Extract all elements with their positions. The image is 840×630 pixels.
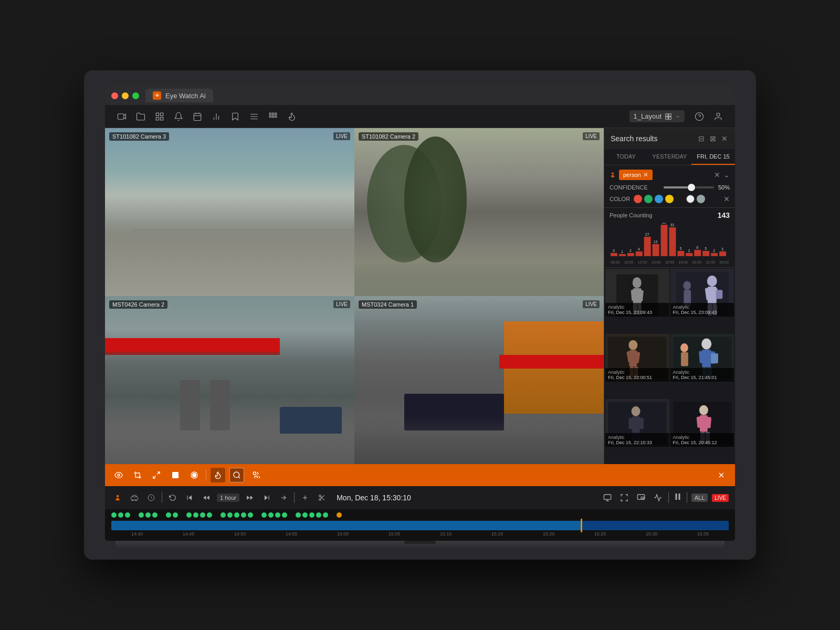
close-ctrl-icon[interactable] — [714, 468, 729, 482]
user-icon[interactable] — [710, 108, 727, 125]
app-title-tab[interactable]: 👁 Eye Watch Ai — [145, 89, 213, 102]
timeline-scrubber[interactable] — [111, 521, 729, 530]
svg-text:3: 3 — [613, 249, 615, 253]
tag-remove-btn[interactable]: ✕ — [643, 171, 648, 178]
camera-cell-3[interactable]: MST0426 Camera 2 LIVE — [105, 296, 354, 464]
timeline-dot — [316, 512, 321, 518]
menu-lines-icon[interactable] — [246, 108, 262, 125]
svg-point-119 — [253, 472, 256, 475]
skip-end-pb-icon[interactable] — [277, 491, 290, 504]
fullscreen-pb-icon[interactable] — [618, 491, 631, 504]
laptop-base — [116, 541, 724, 549]
svg-rect-39 — [653, 244, 659, 256]
bell-icon[interactable] — [170, 108, 187, 125]
rewind-pb-icon[interactable] — [200, 491, 213, 504]
color-white[interactable] — [686, 195, 695, 203]
person-ctrl-icon[interactable] — [248, 468, 263, 482]
expand-ctrl-icon[interactable] — [149, 468, 164, 482]
camera-cell-1[interactable]: ST101082 Camera 3 LIVE — [105, 128, 354, 296]
dot-group-2 — [139, 512, 158, 518]
pause-button[interactable] — [673, 492, 682, 504]
person-pb-icon[interactable] — [111, 491, 124, 504]
tab-fri-dec15[interactable]: FRI, DEC 15 — [691, 149, 735, 165]
pb-separator-4 — [687, 492, 687, 503]
main-toolbar: 1_Layout — [105, 105, 735, 128]
camera-cell-4[interactable]: MST0324 Camera 1 LIVE — [354, 296, 604, 464]
svg-marker-130 — [250, 496, 253, 500]
maximize-button[interactable] — [132, 92, 139, 99]
thumbnail-3[interactable]: Analytic Fri, Dec 15, 23:00:51 — [605, 334, 669, 382]
svg-rect-94 — [681, 352, 688, 366]
color-black[interactable] — [676, 195, 684, 203]
svg-rect-35 — [636, 251, 643, 256]
help-icon[interactable] — [691, 108, 708, 125]
apps-icon[interactable] — [265, 108, 281, 125]
thumb-date-2: Fri, Dec 15, 23:09:43 — [673, 310, 732, 315]
eye-ctrl-icon[interactable] — [111, 468, 126, 482]
loop-pb-icon[interactable] — [166, 491, 179, 504]
folder-icon[interactable] — [132, 108, 149, 125]
color-blue[interactable] — [655, 195, 663, 203]
skip-start-pb-icon[interactable] — [183, 491, 196, 504]
filter-expand-btn[interactable]: ⌄ — [723, 171, 730, 179]
car-pb-icon[interactable] — [128, 491, 141, 504]
svg-text:13: 13 — [654, 240, 658, 244]
thumbnail-2[interactable]: Analytic Fri, Dec 15, 23:09:43 — [670, 269, 734, 317]
record-ctrl-icon[interactable] — [187, 468, 202, 482]
flame-ctrl-icon[interactable] — [211, 468, 225, 482]
export-pb-icon[interactable] — [601, 491, 614, 504]
close-button[interactable] — [111, 92, 118, 99]
panel-minimize-icon[interactable]: ⊟ — [697, 133, 706, 144]
traffic-lights — [111, 92, 139, 99]
grid-icon[interactable] — [151, 108, 168, 125]
color-yellow[interactable] — [665, 195, 674, 203]
panel-close-icon[interactable]: ✕ — [720, 133, 729, 144]
tab-today[interactable]: TODAY — [604, 149, 648, 165]
color-red[interactable] — [634, 195, 642, 203]
timeline-dot-active — [337, 512, 342, 518]
dot-group-4 — [186, 512, 212, 518]
calendar-icon[interactable] — [189, 108, 206, 125]
speed-label[interactable]: 1 hour — [217, 494, 239, 502]
live-badge-playback[interactable]: LIVE — [712, 494, 729, 502]
timeline-dot — [207, 512, 212, 518]
motion-pb-icon[interactable] — [145, 491, 158, 504]
thumbnail-4[interactable]: Analytic Fri, Dec 15, 21:45:01 — [670, 334, 734, 382]
minimize-button[interactable] — [122, 92, 129, 99]
flame-icon[interactable] — [284, 108, 300, 125]
svg-rect-3 — [156, 117, 159, 120]
thumbnail-grid: Analytic Fri, Dec 15, 23:09:43 — [604, 268, 735, 464]
x-label-1200: 12:00 — [638, 260, 647, 264]
thumbnail-6[interactable]: Analytic Fri, Dec 15, 20:45:12 — [670, 399, 734, 447]
video-camera-icon[interactable] — [113, 108, 130, 125]
color-gray[interactable] — [697, 195, 705, 203]
filter-clear-btn[interactable]: ✕ — [714, 171, 720, 179]
waveform-pb-icon[interactable] — [652, 491, 664, 504]
thumbnail-5[interactable]: Analytic Fri, Dec 15, 22:10:33 — [605, 399, 669, 447]
chart-bar-icon[interactable] — [208, 108, 225, 125]
panel-expand-icon[interactable]: ⊠ — [709, 133, 717, 144]
color-close-btn[interactable]: ✕ — [723, 195, 730, 203]
svg-point-67 — [707, 276, 717, 287]
layout-selector[interactable]: 1_Layout — [629, 110, 685, 122]
all-badge[interactable]: ALL — [691, 494, 708, 502]
thumbnail-1[interactable]: Analytic Fri, Dec 15, 23:09:43 — [605, 269, 669, 317]
person-filter-tag[interactable]: person ✕ — [619, 170, 653, 180]
step-forward-pb-icon[interactable] — [260, 491, 273, 504]
svg-marker-129 — [207, 496, 209, 500]
color-green[interactable] — [644, 195, 653, 203]
bookmark-icon[interactable] — [227, 108, 244, 125]
tab-yesterday[interactable]: YESTERDAY — [648, 149, 691, 165]
svg-point-111 — [118, 474, 120, 476]
confidence-thumb[interactable] — [688, 184, 695, 191]
tl-label-3: 14:50 — [214, 531, 266, 540]
analytics-ctrl-icon[interactable] — [229, 468, 244, 482]
camera-cell-2[interactable]: ST101082 Camera 2 LIVE — [354, 128, 604, 296]
confidence-slider[interactable] — [664, 186, 713, 188]
split-pb-icon[interactable] — [299, 491, 311, 504]
pip-pb-icon[interactable] — [635, 491, 647, 504]
crop-ctrl-icon[interactable] — [130, 468, 145, 482]
stop-ctrl-icon[interactable] — [168, 468, 183, 482]
scissors-pb-icon[interactable] — [316, 491, 328, 504]
fast-forward-pb-icon[interactable] — [244, 491, 256, 504]
